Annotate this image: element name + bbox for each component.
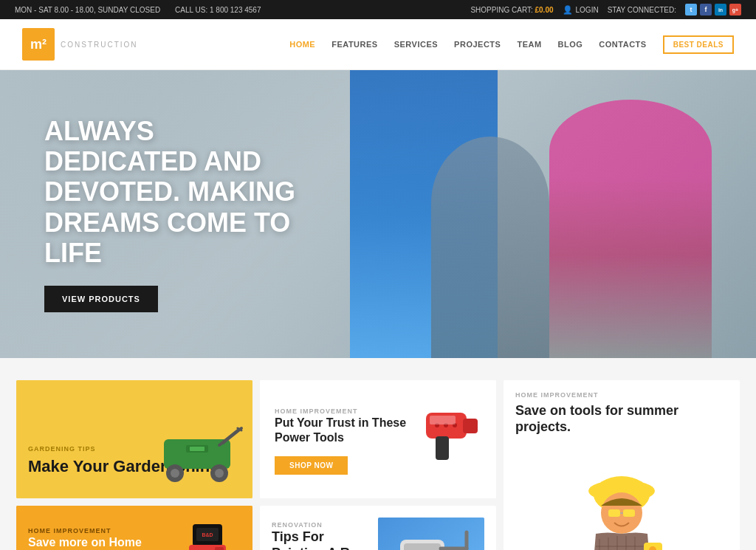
cards-grid: GARDENING TIPS Make Your Garden Shine (16, 380, 740, 550)
card-4-title: Save more on Home Improvement (28, 535, 174, 550)
svg-rect-9 (190, 447, 205, 451)
heat-gun-svg (415, 405, 481, 472)
card-4-category: HOME IMPROVEMENT (28, 527, 111, 534)
card-4-text: HOME IMPROVEMENT Save more on Home Impro… (28, 523, 174, 550)
hero-section: ALWAYS DEDICATED AND DEVOTED. MAKING DRE… (0, 70, 756, 358)
card-5-image (378, 518, 484, 550)
card-home-improvement: HOME IMPROVEMENT Save more on Home Impro… (16, 506, 252, 550)
svg-point-5 (171, 469, 179, 478)
card-2-shop-button[interactable]: SHOP NOW (275, 456, 348, 475)
user-icon: 👤 (563, 5, 573, 15)
hero-title: ALWAYS DEDICATED AND DEVOTED. MAKING DRE… (44, 116, 310, 269)
router-svg: B&D (174, 520, 241, 550)
nav-team[interactable]: TEAM (517, 40, 541, 49)
logo: m² CONSTRUCTION (22, 28, 138, 61)
login-link[interactable]: 👤 LOGIN (563, 5, 599, 15)
card-2-text: HOME IMPROVEMENT Put Your Trust in These… (275, 404, 415, 474)
worker-svg (548, 447, 695, 550)
card-gardening: GARDENING TIPS Make Your Garden Shine (16, 380, 252, 498)
card-3-image (504, 447, 740, 550)
card-3-category: HOME IMPROVEMENT (515, 391, 728, 399)
card-3-title: Save on tools for summer projects. (515, 403, 728, 435)
cart-info[interactable]: SHOPPING CART: £0.00 (470, 6, 553, 14)
card-1-inner: GARDENING TIPS Make Your Garden Shine (16, 380, 252, 498)
nav-projects[interactable]: PROJECTS (454, 40, 501, 49)
main-nav: HOME FEATURES SERVICES PROJECTS TEAM BLO… (289, 35, 734, 54)
cart-amount: £0.00 (535, 6, 553, 14)
view-products-button[interactable]: VIEW PRODUCTS (44, 286, 158, 312)
card-5-category: RENOVATION (272, 521, 323, 529)
painting-svg (378, 518, 484, 550)
phone-number: CALL US: 1 800 123 4567 (175, 6, 261, 14)
card-5-inner: RENOVATION Tips For Painting A Room For … (260, 506, 496, 550)
mower-svg (149, 424, 245, 491)
card-1-image (149, 424, 245, 491)
nav-features[interactable]: FEATURES (331, 40, 377, 49)
nav-home[interactable]: HOME (289, 40, 315, 49)
logo-tagline: CONSTRUCTION (61, 41, 138, 49)
card-4-image: B&D (174, 520, 241, 550)
card-summer-tools: HOME IMPROVEMENT Save on tools for summe… (504, 380, 740, 550)
cards-section: GARDENING TIPS Make Your Garden Shine (0, 358, 756, 550)
person-smiling-front (549, 100, 712, 358)
card-5-text: RENOVATION Tips For Painting A Room For … (272, 518, 378, 550)
twitter-icon[interactable]: t (685, 4, 697, 16)
svg-rect-21 (623, 509, 635, 517)
card-2-image (415, 405, 481, 474)
business-hours: MON - SAT 8.00 - 18.00, SUNDAY CLOSED (15, 6, 160, 14)
svg-rect-41 (215, 547, 224, 550)
cart-label: SHOPPING CART: (470, 6, 532, 14)
card-2-title: Put Your Trust in These Power Tools (275, 416, 415, 444)
svg-text:B&D: B&D (202, 532, 213, 537)
googleplus-icon[interactable]: g+ (729, 4, 741, 16)
nav-blog[interactable]: BLOG (558, 40, 583, 49)
card-renovation: RENOVATION Tips For Painting A Room For … (260, 506, 496, 550)
login-label: LOGIN (576, 6, 599, 14)
svg-rect-15 (436, 436, 449, 460)
svg-point-7 (215, 469, 224, 478)
stay-connected-label: STAY CONNECTED: (608, 6, 676, 14)
card-5-title: Tips For Painting A Room (272, 529, 378, 550)
top-bar: MON - SAT 8.00 - 18.00, SUNDAY CLOSED CA… (0, 0, 756, 19)
svg-rect-16 (430, 416, 456, 424)
person-painting-back (431, 137, 549, 358)
nav-contacts[interactable]: CONTACTS (599, 40, 646, 49)
top-bar-left: MON - SAT 8.00 - 18.00, SUNDAY CLOSED CA… (15, 6, 261, 14)
nav-services[interactable]: SERVICES (394, 40, 438, 49)
card-4-inner: HOME IMPROVEMENT Save more on Home Impro… (16, 506, 252, 550)
best-deals-button[interactable]: BEST DEALS (663, 35, 734, 54)
svg-rect-11 (463, 419, 478, 433)
top-bar-right: SHOPPING CART: £0.00 👤 LOGIN STAY CONNEC… (470, 4, 741, 16)
hero-content: ALWAYS DEDICATED AND DEVOTED. MAKING DRE… (0, 116, 354, 313)
logo-symbol: m² (30, 37, 47, 52)
logo-box: m² (22, 28, 55, 61)
card-3-inner: HOME IMPROVEMENT Save on tools for summe… (504, 380, 740, 550)
social-icons: t f in g+ (685, 4, 741, 16)
card-2-inner: HOME IMPROVEMENT Put Your Trust in These… (260, 380, 496, 498)
svg-rect-45 (404, 543, 441, 550)
card-power-tools: HOME IMPROVEMENT Put Your Trust in These… (260, 380, 496, 498)
facebook-icon[interactable]: f (700, 4, 712, 16)
card-2-category: HOME IMPROVEMENT (275, 408, 358, 415)
header: m² CONSTRUCTION HOME FEATURES SERVICES P… (0, 19, 756, 70)
linkedin-icon[interactable]: in (715, 4, 726, 16)
svg-rect-20 (608, 509, 620, 517)
